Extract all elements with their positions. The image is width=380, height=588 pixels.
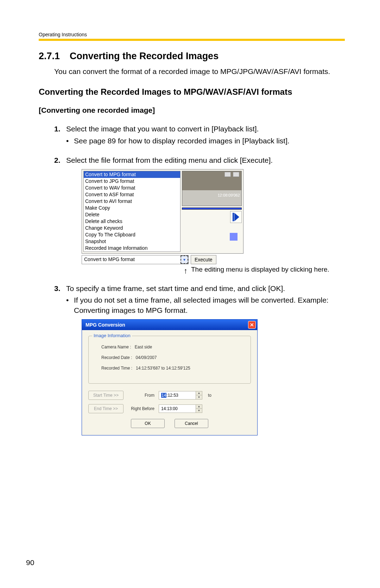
end-time-value[interactable] bbox=[159, 405, 196, 413]
menu-item[interactable]: Convert to AVI format bbox=[84, 198, 180, 205]
to-label: to bbox=[208, 393, 211, 398]
sub-heading: Converting the Recorded Images to MPG/WA… bbox=[39, 87, 345, 97]
spin-down-icon[interactable]: ▼ bbox=[196, 395, 202, 399]
from-label: From bbox=[128, 393, 154, 398]
step-2-number: 2. bbox=[54, 155, 66, 165]
step-3-bullet: If you do not set a time frame, all sele… bbox=[74, 295, 345, 316]
dialog-titlebar[interactable]: MPG Conversion ✕ bbox=[82, 320, 257, 330]
step-2-text: Select the file format from the editing … bbox=[66, 155, 345, 165]
cancel-button[interactable]: Cancel bbox=[175, 419, 208, 428]
step-1-bullet: See page 89 for how to display recorded … bbox=[74, 136, 290, 146]
play-button[interactable] bbox=[230, 211, 242, 223]
dialog-title: MPG Conversion bbox=[86, 322, 125, 328]
menu-item[interactable]: Convert to WAV format bbox=[84, 185, 180, 191]
close-button[interactable]: ✕ bbox=[248, 321, 256, 329]
execute-button[interactable]: Execute bbox=[191, 255, 216, 264]
callout-text: The editing menu is displayed by clickin… bbox=[191, 266, 329, 274]
playback-slider[interactable] bbox=[182, 208, 242, 210]
ok-button[interactable]: OK bbox=[131, 419, 165, 428]
mpg-conversion-dialog: MPG Conversion ✕ Image Information Camer… bbox=[82, 319, 258, 435]
start-time-button[interactable]: Start Time >> bbox=[88, 391, 124, 400]
step-1: 1. Select the image that you want to con… bbox=[54, 124, 345, 146]
menu-item[interactable]: Delete all checks bbox=[84, 218, 180, 225]
running-header: Operating Instructions bbox=[39, 32, 345, 37]
bullet-icon: • bbox=[66, 295, 74, 316]
video-thumbnail: 12:08:09'062 bbox=[182, 171, 242, 206]
figure-editing-menu: Convert to MPG format Convert to JPG for… bbox=[82, 169, 243, 254]
menu-item[interactable]: Snapshot bbox=[84, 238, 180, 245]
step-3: 3. To specify a time frame, set start ti… bbox=[54, 283, 345, 435]
date-label: Recorded Date : bbox=[101, 355, 132, 360]
spin-up-icon[interactable]: ▲ bbox=[196, 405, 202, 409]
section-heading: 2.7.1Converting the Recorded Images bbox=[39, 51, 345, 62]
date-value: 04/09/2007 bbox=[135, 355, 157, 360]
time-label: Recorded Time : bbox=[101, 366, 132, 371]
menu-item[interactable]: Recorded Image Information bbox=[84, 245, 180, 252]
header-rule bbox=[39, 39, 345, 41]
combobox-value: Convert to MPG format bbox=[82, 255, 180, 264]
step-1-text: Select the image that you want to conver… bbox=[66, 124, 345, 134]
timestamp-overlay: 12:08:09'062 bbox=[218, 193, 240, 197]
start-time-spinner[interactable]: 14:12:53 ▲ ▼ bbox=[159, 391, 202, 400]
spin-down-icon[interactable]: ▼ bbox=[196, 409, 202, 413]
play-icon bbox=[234, 213, 239, 221]
step-3-text: To specify a time frame, set start time … bbox=[66, 283, 345, 293]
image-info-fieldset: Image Information Camera Name : East sid… bbox=[88, 336, 251, 384]
end-time-spinner[interactable]: ▲ ▼ bbox=[159, 404, 202, 413]
chevron-down-icon[interactable]: ▾ bbox=[180, 255, 188, 264]
close-icon: ✕ bbox=[250, 322, 254, 328]
menu-item[interactable]: Make Copy bbox=[84, 205, 180, 211]
end-time-button[interactable]: End Time >> bbox=[88, 404, 124, 413]
bracket-heading: [Converting one recorded image] bbox=[39, 106, 345, 114]
menu-item[interactable]: Convert to ASF format bbox=[84, 191, 180, 198]
page-number: 90 bbox=[26, 558, 34, 567]
time-value: 14:12:53'687 to 14:12:59'125 bbox=[136, 366, 190, 371]
format-combobox[interactable]: Convert to MPG format ▾ bbox=[82, 255, 189, 264]
thumb-button[interactable] bbox=[224, 172, 231, 177]
menu-item[interactable]: Change Keyword bbox=[84, 225, 180, 231]
intro-paragraph: You can convert the format of a recorded… bbox=[54, 67, 345, 76]
menu-list[interactable]: Convert to MPG format Convert to JPG for… bbox=[83, 171, 180, 252]
step-3-number: 3. bbox=[54, 283, 66, 293]
menu-item[interactable]: Convert to MPG format bbox=[84, 171, 180, 178]
bullet-icon: • bbox=[66, 136, 74, 146]
right-before-label: Right Before bbox=[128, 406, 154, 411]
spin-up-icon[interactable]: ▲ bbox=[196, 391, 202, 396]
step-2: 2. Select the file format from the editi… bbox=[54, 155, 345, 274]
section-title: Converting the Recorded Images bbox=[70, 51, 218, 61]
step-1-number: 1. bbox=[54, 124, 66, 134]
thumb-button[interactable] bbox=[233, 172, 239, 177]
play-icon bbox=[233, 213, 234, 221]
start-time-value[interactable]: 14:12:53 bbox=[159, 391, 196, 399]
arrow-up-icon: ↑ bbox=[184, 267, 188, 275]
camera-value: East side bbox=[135, 345, 152, 349]
section-number: 2.7.1 bbox=[39, 51, 60, 61]
camera-label: Camera Name : bbox=[101, 345, 131, 349]
menu-item[interactable]: Convert to JPG format bbox=[84, 178, 180, 185]
menu-item[interactable]: Copy To The Clipboard bbox=[84, 231, 180, 238]
stop-button[interactable] bbox=[230, 233, 238, 241]
menu-item[interactable]: Delete bbox=[84, 211, 180, 218]
fieldset-legend: Image Information bbox=[92, 333, 132, 338]
